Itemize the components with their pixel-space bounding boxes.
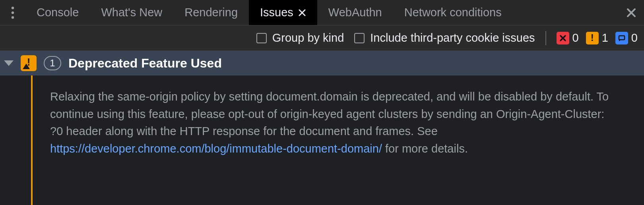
tab-console[interactable]: Console [25,0,90,25]
count-value: 1 [50,58,55,69]
close-icon [626,8,636,18]
issue-description-text: Relaxing the same-origin policy by setti… [50,90,609,137]
error-count[interactable]: 0 [557,31,579,44]
svg-point-0 [12,6,14,9]
tab-close-button[interactable] [298,9,306,17]
include-third-party-checkbox[interactable]: Include third-party cookie issues [354,31,535,44]
tab-network-conditions[interactable]: Network conditions [393,0,513,25]
svg-point-2 [12,16,14,18]
info-count[interactable]: 0 [615,31,638,44]
tab-whats-new[interactable]: What's New [90,0,173,25]
checkbox-label: Include third-party cookie issues [370,31,535,44]
checkbox-box-icon [256,33,267,43]
tab-label: Issues [260,6,293,19]
issue-body: Relaxing the same-origin policy by setti… [0,75,644,205]
tab-label: Rendering [184,6,238,19]
issue-title: Deprecated Feature Used [68,56,222,71]
more-tabs-button[interactable] [0,0,25,25]
group-by-kind-checkbox[interactable]: Group by kind [256,31,344,44]
tab-issues[interactable]: Issues [249,0,317,25]
tabbar-spacer [513,0,619,25]
tab-label: WebAuthn [328,6,382,19]
kebab-icon [11,6,14,19]
issue-description-tail: for more details. [382,142,468,155]
info-badge-icon [615,32,628,44]
tab-rendering[interactable]: Rendering [173,0,249,25]
tab-webauthn[interactable]: WebAuthn [317,0,393,25]
count-value: 1 [602,31,608,44]
warning-count[interactable]: ! 1 [586,31,608,44]
svg-rect-3 [619,36,625,40]
svg-point-1 [12,11,14,14]
tab-label: Console [37,6,79,19]
drawer-close-button[interactable] [619,0,644,25]
close-icon [298,9,306,17]
issue-gutter [0,75,32,205]
count-value: 0 [631,31,638,44]
error-badge-icon [557,32,569,44]
issue-description-link[interactable]: https://developer.chrome.com/blog/immuta… [50,142,382,155]
severity-stripe [31,75,33,205]
tab-label: Network conditions [404,6,502,19]
issues-toolbar: Group by kind Include third-party cookie… [0,25,644,51]
checkbox-box-icon [354,33,365,43]
toolbar-divider [545,31,546,45]
count-value: 0 [572,31,579,44]
drawer-tabbar: Console What's New Rendering Issues WebA… [0,0,644,25]
issue-counts: 0 ! 1 0 [557,31,638,44]
issue-severity-warning-icon: ! [21,55,37,71]
checkbox-label: Group by kind [272,31,344,44]
issue-description: Relaxing the same-origin policy by setti… [32,75,628,205]
warning-badge-icon: ! [586,32,599,44]
issue-occurrence-count: 1 [44,56,61,70]
tab-label: What's New [101,6,162,19]
expand-toggle-icon[interactable] [4,60,14,66]
issue-row-header[interactable]: ! 1 Deprecated Feature Used [0,51,644,75]
